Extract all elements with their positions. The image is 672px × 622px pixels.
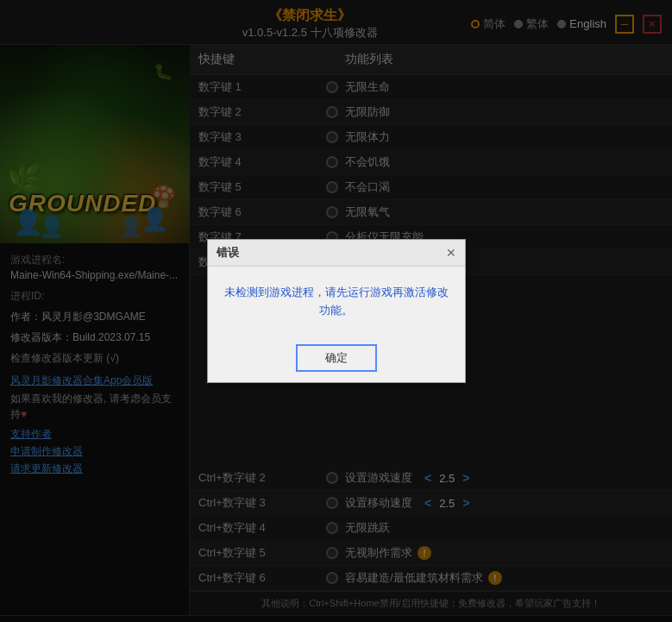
dialog-title: 错误 [217,245,239,261]
dialog-footer: 确定 [208,337,465,382]
dialog-ok-button[interactable]: 确定 [296,344,377,372]
dialog-message: 未检测到游戏进程，请先运行游戏再激活修改功能。 [222,284,451,320]
dialog-title-bar: 错误 ✕ [208,240,465,267]
dialog-close-button[interactable]: ✕ [446,247,456,259]
dialog-overlay: 错误 ✕ 未检测到游戏进程，请先运行游戏再激活修改功能。 确定 [0,0,672,622]
error-dialog: 错误 ✕ 未检测到游戏进程，请先运行游戏再激活修改功能。 确定 [207,239,466,383]
dialog-body: 未检测到游戏进程，请先运行游戏再激活修改功能。 [208,267,465,337]
